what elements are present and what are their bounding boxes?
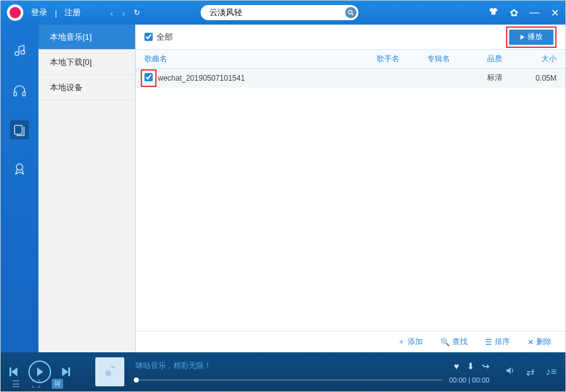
content-pane: 全部 播放 歌曲名 歌手名 专辑名 品质 大小 wechat_201905071…	[136, 25, 565, 352]
delete-button[interactable]: ✕删除	[528, 337, 551, 347]
row-quality: 标清	[487, 72, 522, 83]
sidebar-item-local-download[interactable]: 本地下载[0]	[38, 50, 135, 75]
plus-icon: ＋	[398, 337, 405, 347]
search-box	[201, 5, 358, 20]
main-area: 本地音乐[1] 本地下载[0] 本地设备 全部 播放 歌曲名 歌手名 专辑名 品…	[1, 25, 565, 352]
side-icon-rail	[1, 25, 38, 352]
favorite-icon[interactable]: ♥	[454, 361, 459, 371]
row-name: wechat_20190507101541	[158, 74, 377, 83]
col-quality[interactable]: 品质	[487, 54, 522, 64]
select-all[interactable]: 全部	[144, 32, 173, 43]
svg-rect-5	[15, 125, 22, 134]
minimize-icon[interactable]: —	[529, 7, 539, 18]
col-artist[interactable]: 歌手名	[377, 54, 427, 64]
sort-button[interactable]: ☰排序	[485, 337, 510, 347]
track-slogan: 咪咕音乐，精彩无限！	[136, 360, 211, 371]
play-button[interactable]: 播放	[509, 30, 553, 45]
library-icon[interactable]	[10, 120, 29, 139]
loop-icon[interactable]: ⇄	[526, 366, 534, 378]
find-button[interactable]: 🔍查找	[440, 337, 468, 347]
side-list: 本地音乐[1] 本地下载[0] 本地设备	[38, 25, 136, 352]
select-all-checkbox[interactable]	[144, 33, 153, 41]
list-mode-icon[interactable]: ☰	[12, 379, 20, 389]
back-icon[interactable]: ‹	[110, 8, 113, 18]
svg-point-6	[16, 164, 23, 170]
table-row[interactable]: wechat_20190507101541 标清 0.05M	[136, 69, 565, 88]
close-icon[interactable]: ✕	[551, 7, 559, 19]
badge-icon[interactable]	[10, 159, 29, 178]
svg-point-0	[349, 10, 353, 14]
sidebar-item-local-music[interactable]: 本地音乐[1]	[38, 25, 135, 50]
expand-icon[interactable]: ⛶	[32, 379, 40, 389]
sort-icon: ☰	[485, 338, 492, 347]
music-icon[interactable]	[10, 42, 29, 61]
forward-icon[interactable]: ›	[122, 8, 125, 18]
album-art	[95, 357, 124, 386]
playlist-icon[interactable]: ♪≡	[546, 366, 557, 378]
player-bar: ☰ ⛶ 词 咪咕音乐，精彩无限！ ♥ ⬇ ↪ 00:00 | 00:00 ⇄ ♪…	[1, 352, 565, 391]
prev-button[interactable]	[9, 367, 18, 376]
svg-line-1	[352, 13, 354, 15]
lyric-button[interactable]: 词	[52, 379, 63, 389]
select-all-label: 全部	[156, 32, 173, 43]
search-input[interactable]	[201, 5, 358, 20]
row-checkbox[interactable]	[144, 73, 153, 81]
delete-icon: ✕	[528, 338, 534, 347]
play-button-highlight: 播放	[506, 26, 557, 48]
login-link[interactable]: 登录	[31, 7, 47, 18]
time-display: 00:00 | 00:00	[449, 376, 490, 384]
register-link[interactable]: 注册	[64, 7, 81, 18]
top-bar: 登录 | 注册 ‹ › ↻ ✿ — ✕	[1, 1, 565, 25]
svg-rect-4	[23, 92, 25, 96]
search-small-icon: 🔍	[440, 338, 450, 347]
row-checkbox-highlight	[141, 69, 156, 87]
row-size: 0.05M	[522, 74, 557, 83]
svg-rect-3	[14, 92, 16, 96]
progress-bar[interactable]	[136, 379, 443, 381]
sidebar-item-local-device[interactable]: 本地设备	[38, 75, 135, 100]
settings-icon[interactable]: ✿	[510, 7, 518, 19]
col-size[interactable]: 大小	[522, 54, 557, 64]
headphones-icon[interactable]	[10, 81, 29, 100]
play-button-label: 播放	[528, 32, 543, 42]
col-album[interactable]: 专辑名	[427, 54, 487, 64]
col-name[interactable]: 歌曲名	[144, 54, 377, 64]
download-icon[interactable]: ⬇	[467, 361, 475, 371]
table-header: 歌曲名 歌手名 专辑名 品质 大小	[136, 50, 565, 69]
auth-sep: |	[55, 8, 57, 18]
share-icon[interactable]: ↪	[482, 361, 490, 371]
volume-icon[interactable]	[505, 366, 515, 378]
skin-icon[interactable]	[488, 6, 498, 19]
refresh-icon[interactable]: ↻	[134, 8, 140, 17]
add-button[interactable]: ＋添加	[398, 337, 423, 347]
svg-point-2	[21, 50, 25, 54]
app-logo	[7, 4, 23, 21]
content-footer: ＋添加 🔍查找 ☰排序 ✕删除	[136, 331, 565, 352]
next-button[interactable]	[61, 367, 70, 376]
